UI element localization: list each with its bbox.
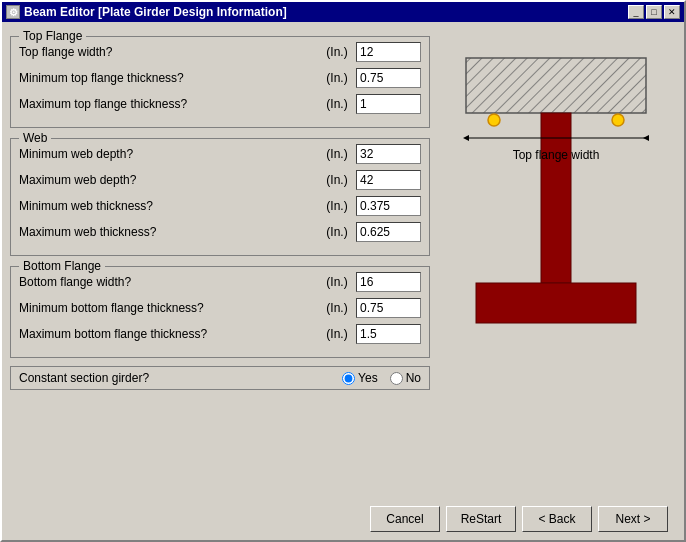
- field-label: Maximum top flange thickness?: [19, 97, 318, 111]
- constant-section-bar: Constant section girder? Yes No: [10, 366, 430, 390]
- diagram-label: Top flange width: [513, 148, 600, 162]
- title-icon: ⚙: [6, 5, 20, 19]
- field-label: Minimum top flange thickness?: [19, 71, 318, 85]
- field-input[interactable]: [356, 170, 421, 190]
- field-input[interactable]: [356, 42, 421, 62]
- field-input[interactable]: [356, 68, 421, 88]
- form-row: Maximum bottom flange thickness? (In.): [19, 323, 421, 345]
- next-button[interactable]: Next >: [598, 506, 668, 532]
- field-unit: (In.): [318, 147, 356, 161]
- form-row: Maximum top flange thickness? (In.): [19, 93, 421, 115]
- field-input[interactable]: [356, 272, 421, 292]
- close-button[interactable]: ✕: [664, 5, 680, 19]
- window-content: Top Flange Top flange width? (In.) Minim…: [2, 22, 684, 542]
- field-unit: (In.): [318, 327, 356, 341]
- left-panel: Top Flange Top flange width? (In.) Minim…: [10, 28, 430, 500]
- field-unit: (In.): [318, 199, 356, 213]
- web-group: Web Minimum web depth? (In.) Maximum web…: [10, 138, 430, 256]
- form-row: Maximum web thickness? (In.): [19, 221, 421, 243]
- radio-yes-label[interactable]: Yes: [342, 371, 378, 385]
- constant-section-label: Constant section girder?: [19, 371, 342, 385]
- field-unit: (In.): [318, 225, 356, 239]
- bottom-flange-label: Bottom Flange: [19, 259, 105, 273]
- back-button[interactable]: < Back: [522, 506, 592, 532]
- top-flange-group: Top Flange Top flange width? (In.) Minim…: [10, 36, 430, 128]
- field-unit: (In.): [318, 97, 356, 111]
- form-row: Minimum bottom flange thickness? (In.): [19, 297, 421, 319]
- field-label: Maximum web depth?: [19, 173, 318, 187]
- field-label: Minimum web depth?: [19, 147, 318, 161]
- form-row: Minimum top flange thickness? (In.): [19, 67, 421, 89]
- field-input[interactable]: [356, 222, 421, 242]
- form-row: Minimum web depth? (In.): [19, 143, 421, 165]
- field-input[interactable]: [356, 94, 421, 114]
- field-label: Minimum web thickness?: [19, 199, 318, 213]
- svg-rect-5: [476, 283, 636, 323]
- footer-area: Cancel ReStart < Back Next >: [2, 500, 684, 542]
- form-row: Bottom flange width? (In.): [19, 271, 421, 293]
- field-unit: (In.): [318, 71, 356, 85]
- field-label: Minimum bottom flange thickness?: [19, 301, 318, 315]
- constant-section-radio-group: Yes No: [342, 371, 421, 385]
- minimize-button[interactable]: _: [628, 5, 644, 19]
- bottom-flange-group: Bottom Flange Bottom flange width? (In.)…: [10, 266, 430, 358]
- form-row: Maximum web depth? (In.): [19, 169, 421, 191]
- title-text: Beam Editor [Plate Girder Design Informa…: [24, 5, 287, 19]
- right-panel: Top flange width: [436, 28, 676, 500]
- field-unit: (In.): [318, 275, 356, 289]
- form-row: Top flange width? (In.): [19, 41, 421, 63]
- restart-button[interactable]: ReStart: [446, 506, 516, 532]
- maximize-button[interactable]: □: [646, 5, 662, 19]
- svg-point-2: [488, 114, 500, 126]
- web-label: Web: [19, 131, 51, 145]
- field-label: Bottom flange width?: [19, 275, 318, 289]
- beam-svg-diagram: [446, 48, 666, 368]
- field-input[interactable]: [356, 196, 421, 216]
- field-label: Maximum bottom flange thickness?: [19, 327, 318, 341]
- field-input[interactable]: [356, 298, 421, 318]
- form-row: Minimum web thickness? (In.): [19, 195, 421, 217]
- svg-rect-1: [466, 58, 646, 113]
- main-window: ⚙ Beam Editor [Plate Girder Design Infor…: [0, 0, 686, 542]
- field-unit: (In.): [318, 45, 356, 59]
- field-unit: (In.): [318, 301, 356, 315]
- radio-no[interactable]: [390, 372, 403, 385]
- field-input[interactable]: [356, 144, 421, 164]
- svg-point-3: [612, 114, 624, 126]
- title-controls: _ □ ✕: [628, 5, 680, 19]
- radio-no-text: No: [406, 371, 421, 385]
- field-input[interactable]: [356, 324, 421, 344]
- radio-yes-text: Yes: [358, 371, 378, 385]
- cancel-button[interactable]: Cancel: [370, 506, 440, 532]
- title-bar: ⚙ Beam Editor [Plate Girder Design Infor…: [2, 2, 684, 22]
- radio-yes[interactable]: [342, 372, 355, 385]
- top-flange-label: Top Flange: [19, 29, 86, 43]
- field-label: Top flange width?: [19, 45, 318, 59]
- radio-no-label[interactable]: No: [390, 371, 421, 385]
- button-row: Cancel ReStart < Back Next >: [10, 500, 676, 538]
- main-area: Top Flange Top flange width? (In.) Minim…: [2, 22, 684, 500]
- field-label: Maximum web thickness?: [19, 225, 318, 239]
- field-unit: (In.): [318, 173, 356, 187]
